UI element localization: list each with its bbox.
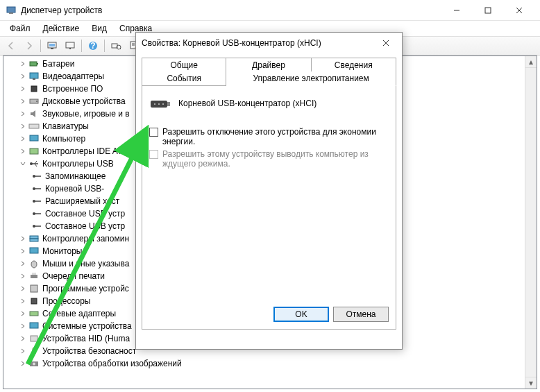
mouse-icon [28, 258, 40, 269]
cancel-button[interactable]: Отмена [333, 307, 389, 322]
svg-rect-8 [51, 48, 53, 49]
battery-icon [28, 58, 40, 69]
tool-scan-icon[interactable] [108, 38, 124, 53]
monitor-icon [28, 246, 40, 257]
display-icon [28, 71, 40, 82]
svg-point-56 [33, 363, 35, 366]
chevron-right-icon[interactable] [19, 322, 27, 330]
forward-button[interactable] [21, 38, 37, 53]
chevron-right-icon[interactable] [19, 272, 27, 280]
svg-rect-22 [33, 78, 35, 80]
usb-icon [31, 221, 42, 232]
svg-rect-54 [32, 350, 36, 354]
usb-icon [31, 196, 42, 207]
controller-icon [28, 146, 40, 157]
app-icon [6, 5, 17, 16]
tab-details[interactable]: Сведения [312, 58, 396, 72]
svg-rect-10 [69, 48, 71, 49]
svg-rect-47 [31, 275, 37, 278]
dialog-close-button[interactable] [376, 33, 396, 53]
chevron-right-icon[interactable] [19, 247, 27, 255]
chevron-right-icon[interactable] [19, 297, 27, 305]
svg-point-46 [31, 261, 37, 268]
usb-hub-icon [149, 95, 171, 112]
chevron-right-icon[interactable] [19, 284, 27, 293]
svg-rect-9 [66, 42, 74, 48]
chevron-right-icon[interactable] [19, 60, 27, 68]
tool-help-icon[interactable]: ? [85, 38, 101, 53]
chip-icon [28, 83, 40, 94]
usb-icon [31, 208, 42, 219]
minimize-button[interactable] [441, 1, 472, 20]
maximize-button[interactable] [472, 1, 503, 20]
chevron-right-icon[interactable] [19, 97, 27, 105]
svg-rect-45 [30, 248, 38, 253]
tab-strip: Общие Драйвер Сведения События Управлени… [142, 58, 396, 85]
chevron-right-icon[interactable] [19, 147, 27, 155]
svg-rect-23 [31, 86, 37, 92]
svg-rect-53 [31, 336, 37, 341]
usb-icon [31, 183, 42, 194]
checkbox-allow-turn-off[interactable] [149, 128, 158, 137]
menu-action[interactable]: Действие [37, 22, 85, 35]
chevron-right-icon[interactable] [19, 85, 27, 93]
scroll-up-icon[interactable]: ▴ [525, 56, 537, 68]
ok-button[interactable]: OK [273, 307, 329, 322]
chevron-right-icon[interactable] [19, 110, 27, 118]
chevron-right-icon[interactable] [19, 347, 27, 355]
usb-icon [28, 158, 40, 169]
chevron-right-icon[interactable] [19, 235, 27, 243]
system-icon [28, 321, 40, 332]
device-name-label: Корневой USB-концентратор (xHCI) [178, 99, 317, 108]
tree-node-imaging-devices[interactable]: Устройства обработки изображений [3, 357, 537, 370]
svg-rect-51 [30, 312, 38, 316]
svg-line-15 [120, 49, 121, 49]
tab-general[interactable]: Общие [142, 58, 226, 72]
security-icon [28, 346, 40, 357]
network-icon [28, 308, 40, 319]
svg-rect-28 [30, 148, 38, 154]
svg-rect-52 [30, 323, 38, 328]
tool-computer-icon[interactable] [44, 38, 60, 53]
tab-events[interactable]: События [142, 71, 226, 86]
svg-rect-21 [30, 73, 38, 78]
checkbox-allow-wake-label: Разрешить этому устройству выводить комп… [162, 149, 389, 169]
svg-rect-50 [31, 298, 37, 304]
svg-rect-7 [49, 44, 55, 46]
titlebar: Диспетчер устройств [0, 0, 540, 21]
chevron-right-icon[interactable] [19, 259, 27, 268]
svg-rect-0 [7, 7, 15, 12]
software-icon [28, 283, 40, 294]
keyboard-icon [28, 121, 40, 132]
svg-point-61 [154, 103, 155, 105]
close-button[interactable] [503, 1, 534, 20]
hid-icon [28, 333, 40, 344]
dialog-titlebar: Свойства: Корневой USB-концентратор (xHC… [136, 33, 402, 53]
back-button[interactable] [3, 38, 19, 53]
tool-monitor-icon[interactable] [62, 38, 78, 53]
svg-rect-20 [37, 63, 38, 65]
printer-icon [28, 271, 40, 282]
chevron-right-icon[interactable] [19, 334, 27, 343]
tab-power-management[interactable]: Управление электропитанием [226, 71, 396, 86]
scrollbar[interactable]: ▴ ▾ [525, 56, 537, 389]
svg-text:?: ? [90, 41, 95, 51]
chevron-right-icon[interactable] [19, 122, 27, 130]
cpu-icon [28, 296, 40, 307]
menu-file[interactable]: Файл [4, 22, 36, 35]
checkbox-allow-wake [149, 150, 158, 159]
tab-driver[interactable]: Драйвер [226, 58, 311, 72]
svg-rect-1 [9, 12, 13, 14]
chevron-down-icon[interactable] [19, 160, 27, 168]
chevron-right-icon[interactable] [19, 72, 27, 80]
scroll-down-icon[interactable]: ▾ [525, 377, 537, 389]
disk-icon [28, 96, 40, 107]
chevron-right-icon[interactable] [19, 135, 27, 143]
dialog-title: Свойства: Корневой USB-концентратор (xHC… [142, 38, 376, 48]
camera-icon [28, 358, 40, 369]
chevron-right-icon[interactable] [19, 359, 27, 368]
menu-view[interactable]: Вид [86, 22, 112, 35]
svg-rect-19 [30, 62, 37, 66]
svg-point-63 [162, 103, 164, 105]
chevron-right-icon[interactable] [19, 309, 27, 318]
